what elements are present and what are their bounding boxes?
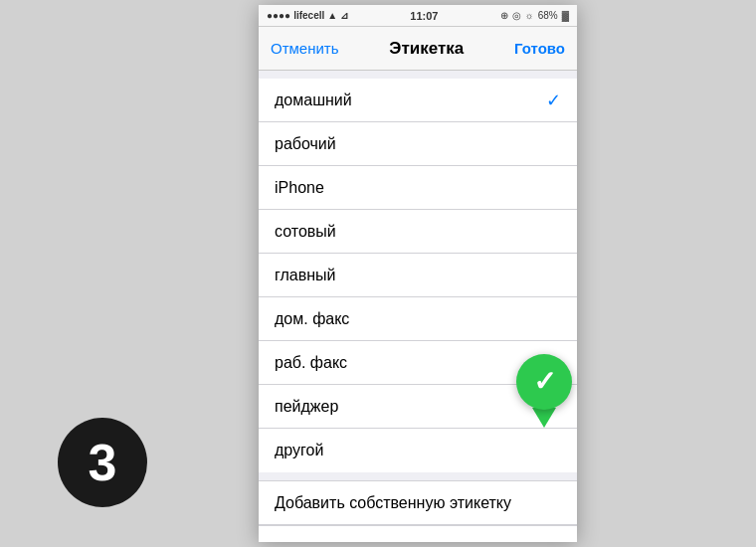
add-label-item[interactable]: Добавить собственную этикетку [259, 481, 577, 525]
location-icon: ⊕ [500, 10, 508, 21]
add-label-section: Добавить собственную этикетку [259, 480, 577, 542]
carrier-label: lifecell [293, 10, 324, 21]
done-button[interactable]: Готово [514, 40, 565, 57]
battery-label: 68% [538, 10, 558, 21]
signal-dots: ●●●● [267, 10, 290, 21]
list-item[interactable]: дом. факс [259, 297, 577, 341]
list-item-label: пейджер [275, 398, 338, 416]
list-item[interactable]: домашний✓ [259, 79, 577, 122]
custom-input-row[interactable] [259, 525, 577, 542]
nav-title: Этикетка [389, 39, 464, 59]
list-item[interactable]: iPhone [259, 166, 577, 210]
step-badge: 3 [58, 418, 147, 507]
list-item-label: iPhone [275, 179, 324, 197]
list-item-label: дом. факс [275, 310, 349, 328]
status-time: 11:07 [410, 10, 438, 22]
status-right: ⊕ ◎ ☼ 68% ▓ [500, 10, 569, 21]
step-number: 3 [89, 433, 117, 492]
brightness-icon: ☼ [525, 10, 534, 21]
status-left: ●●●● lifecell ▲ ⊿ [267, 10, 348, 21]
checkmark-icon: ✓ [546, 90, 561, 111]
location-pin: ✓ [516, 354, 572, 428]
extra-icon: ⊿ [340, 10, 348, 21]
list-item[interactable]: рабочий [259, 122, 577, 166]
section-separator-mid [259, 472, 577, 480]
pin-checkmark-icon: ✓ [533, 365, 556, 398]
alarm-icon: ◎ [512, 10, 521, 21]
list-item-label: раб. факс [275, 354, 347, 372]
add-label-text: Добавить собственную этикетку [275, 494, 511, 512]
list-item-label: сотовый [275, 223, 336, 241]
section-separator-top [259, 71, 577, 79]
list-item-label: другой [275, 442, 323, 459]
list-item-label: главный [275, 267, 336, 284]
cancel-button[interactable]: Отменить [271, 40, 339, 57]
battery-icon: ▓ [562, 10, 569, 21]
nav-bar: Отменить Этикетка Готово [259, 27, 577, 71]
list-item[interactable]: сотовый [259, 210, 577, 254]
scene: ●●●● lifecell ▲ ⊿ 11:07 ⊕ ◎ ☼ 68% ▓ Отме… [0, 0, 756, 547]
wifi-icon: ▲ [327, 10, 337, 21]
list-item-label: рабочий [275, 135, 336, 153]
pin-tail [532, 408, 556, 428]
list-item-label: домашний [275, 91, 352, 109]
list-item[interactable]: другой [259, 429, 577, 472]
phone-frame: ●●●● lifecell ▲ ⊿ 11:07 ⊕ ◎ ☼ 68% ▓ Отме… [259, 5, 577, 542]
pin-circle: ✓ [516, 354, 572, 410]
status-bar: ●●●● lifecell ▲ ⊿ 11:07 ⊕ ◎ ☼ 68% ▓ [259, 5, 577, 27]
list-item[interactable]: главный [259, 254, 577, 297]
